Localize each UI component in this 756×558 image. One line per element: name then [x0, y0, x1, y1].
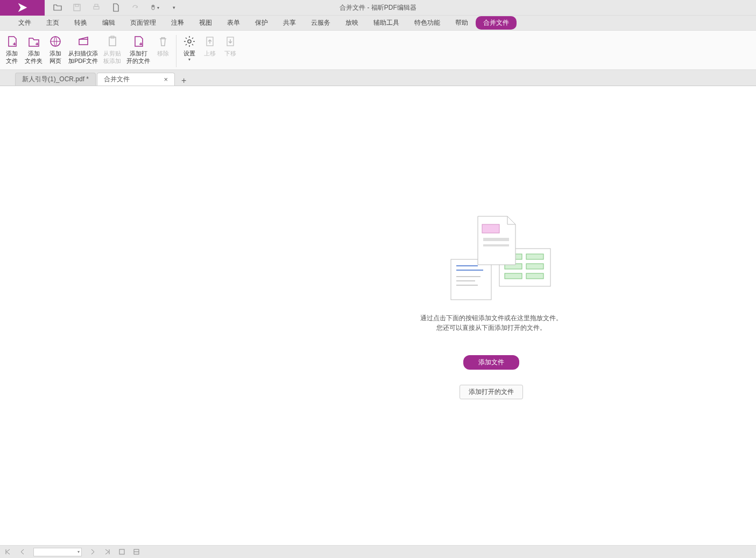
menu-帮助[interactable]: 帮助 — [448, 16, 476, 30]
titlebar: ▾ ▾ 合并文件 - 福昕PDF编辑器 — [0, 0, 756, 16]
file-icon[interactable] — [111, 3, 121, 12]
ribbon-add-scanner[interactable]: 从扫描仪添 加PDF文件 — [66, 33, 101, 66]
menu-编辑[interactable]: 编辑 — [95, 16, 123, 30]
tabbar: 新人引导(1)_OCR.pdf *合并文件×+ — [0, 70, 756, 86]
menu-特色功能[interactable]: 特色功能 — [407, 16, 448, 30]
menu-保护[interactable]: 保护 — [248, 16, 275, 30]
menu-云服务[interactable]: 云服务 — [303, 16, 338, 30]
ribbon-label: 移除 — [157, 50, 169, 57]
svg-rect-5 — [79, 39, 88, 45]
ribbon-add-clipboard: 从剪贴 板添加 — [101, 33, 124, 66]
menubar: 文件主页转换编辑页面管理注释视图表单保护共享云服务放映辅助工具特色功能帮助合并文… — [0, 16, 756, 31]
ribbon-move-up: 上移 — [200, 33, 220, 59]
menu-文件[interactable]: 文件 — [11, 16, 39, 30]
ribbon-label: 上移 — [204, 50, 216, 57]
svg-rect-1 — [75, 4, 79, 6]
ribbon-label: 添加打 开的文件 — [126, 50, 150, 65]
window-title: 合并文件 - 福昕PDF编辑器 — [340, 3, 416, 12]
ribbon-label: 添加 网页 — [50, 50, 61, 65]
ribbon-label: 设置 — [183, 50, 195, 57]
menu-视图[interactable]: 视图 — [192, 16, 220, 30]
hand-icon[interactable]: ▾ — [150, 3, 159, 12]
menu-放映[interactable]: 放映 — [338, 16, 366, 30]
qat-dropdown-icon[interactable]: ▾ — [169, 3, 179, 12]
tab-label: 新人引导(1)_OCR.pdf * — [22, 75, 89, 84]
save-icon — [72, 3, 82, 12]
close-icon[interactable]: × — [164, 75, 168, 83]
ribbon-remove: 移除 — [153, 33, 173, 59]
svg-rect-0 — [74, 4, 80, 11]
svg-rect-3 — [95, 4, 98, 6]
ribbon-add-file[interactable]: 添加 文件 — [2, 33, 22, 66]
tab-label: 合并文件 — [104, 75, 130, 84]
open-icon[interactable] — [53, 3, 62, 12]
menu-转换[interactable]: 转换 — [67, 16, 95, 30]
menu-主页[interactable]: 主页 — [39, 16, 67, 30]
ribbon-separator — [176, 35, 176, 67]
redo-icon — [130, 3, 140, 12]
ribbon-settings[interactable]: 设置▾ — [179, 33, 200, 63]
menu-页面管理[interactable]: 页面管理 — [123, 16, 164, 30]
document-tab[interactable]: 新人引导(1)_OCR.pdf * — [15, 73, 96, 86]
new-tab-button[interactable]: + — [176, 76, 192, 86]
ribbon-move-down: 下移 — [220, 33, 241, 59]
app-logo — [0, 0, 45, 16]
menu-合并文件[interactable]: 合并文件 — [476, 16, 517, 30]
svg-rect-2 — [94, 6, 99, 9]
ribbon-label: 从扫描仪添 加PDF文件 — [68, 50, 98, 65]
ribbon-label: 添加 文件夹 — [25, 50, 43, 65]
document-tab[interactable]: 合并文件× — [97, 73, 175, 86]
ribbon-add-folder[interactable]: 添加 文件夹 — [22, 33, 45, 66]
chevron-down-icon: ▾ — [188, 57, 190, 62]
menu-注释[interactable]: 注释 — [164, 16, 192, 30]
print-icon — [91, 3, 101, 12]
ribbon-label: 下移 — [224, 50, 236, 57]
menu-辅助工具[interactable]: 辅助工具 — [366, 16, 407, 30]
ribbon-add-web[interactable]: 添加 网页 — [45, 33, 66, 66]
ribbon-label: 添加 文件 — [6, 50, 18, 65]
menu-共享[interactable]: 共享 — [275, 16, 303, 30]
ribbon: 添加 文件添加 文件夹添加 网页从扫描仪添 加PDF文件从剪贴 板添加添加打 开… — [0, 31, 756, 70]
quick-access-toolbar: ▾ ▾ — [53, 3, 179, 12]
menu-表单[interactable]: 表单 — [220, 16, 248, 30]
svg-point-8 — [188, 40, 191, 43]
ribbon-label: 从剪贴 板添加 — [103, 50, 121, 65]
ribbon-add-open[interactable]: 添加打 开的文件 — [124, 33, 153, 66]
